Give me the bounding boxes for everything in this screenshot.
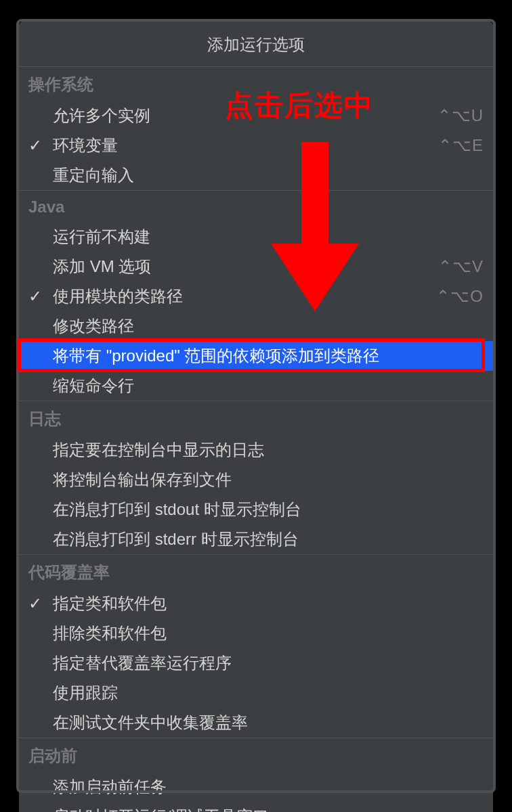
menu-item-label: 排除类和软件包: [53, 623, 484, 644]
menu-item-label: 指定类和软件包: [53, 593, 484, 614]
menu-item-label: 修改类路径: [53, 315, 484, 337]
panel-title: 添加运行选项: [19, 22, 493, 66]
check-icon: ✓: [28, 287, 53, 306]
menu-item-label: 启动时打开运行/调试工具窗口: [53, 806, 484, 812]
section-header-coverage: 代码覆盖率: [19, 554, 493, 589]
menu-item-label: 添加启动前任务: [53, 776, 484, 798]
menu-item-label: 缩短命令行: [53, 375, 484, 397]
menu-item[interactable]: 在消息打印到 stdout 时显示控制台: [19, 495, 493, 524]
svg-marker-0: [271, 142, 359, 311]
section-header-logs: 日志: [19, 401, 493, 435]
run-options-panel: 添加运行选项 操作系统允许多个实例⌃⌥U✓环境变量⌃⌥E重定向输入Java运行前…: [19, 22, 493, 812]
menu-item[interactable]: 指定要在控制台中显示的日志: [19, 435, 493, 465]
menu-item-label: 添加 VM 选项: [53, 256, 438, 277]
menu-item-label: 重定向输入: [53, 164, 484, 186]
menu-item[interactable]: 排除类和软件包: [19, 618, 493, 648]
menu-item[interactable]: 重定向输入: [19, 160, 493, 190]
menu-item-shortcut: ⌃⌥V: [438, 257, 484, 276]
menu-item-label: 使用跟踪: [53, 682, 484, 704]
section-header-java: Java: [19, 190, 493, 222]
menu-item[interactable]: 使用跟踪: [19, 678, 493, 708]
menu-item-label: 使用模块的类路径: [53, 286, 436, 307]
menu-item-label: 将控制台输出保存到文件: [53, 469, 484, 491]
menu-item-label: 指定替代覆盖率运行程序: [53, 652, 484, 674]
menu-item[interactable]: 在测试文件夹中收集覆盖率: [19, 708, 493, 738]
menu-item[interactable]: ✓环境变量⌃⌥E: [19, 131, 493, 160]
menu-item-label: 将带有 "provided" 范围的依赖项添加到类路径: [53, 345, 484, 367]
menu-item-label: 在消息打印到 stdout 时显示控制台: [53, 499, 484, 520]
menu-item-label: 环境变量: [53, 135, 438, 156]
menu-item-shortcut: ⌃⌥O: [436, 287, 484, 306]
menu-item-label: 指定要在控制台中显示的日志: [53, 439, 484, 461]
menu-item[interactable]: 将控制台输出保存到文件: [19, 465, 493, 495]
check-icon: ✓: [28, 807, 53, 812]
menu-item[interactable]: 运行前不构建: [19, 222, 493, 252]
menu-item[interactable]: 将带有 "provided" 范围的依赖项添加到类路径: [19, 341, 493, 371]
menu-item-label: 运行前不构建: [53, 226, 484, 248]
menu-item[interactable]: 缩短命令行: [19, 371, 493, 401]
menu-item[interactable]: ✓启动时打开运行/调试工具窗口: [19, 802, 493, 812]
menu-item[interactable]: ✓指定类和软件包: [19, 589, 493, 618]
menu-item-shortcut: ⌃⌥E: [438, 136, 484, 155]
menu-item-label: 在消息打印到 stderr 时显示控制台: [53, 528, 484, 550]
menu-item[interactable]: 修改类路径: [19, 311, 493, 341]
menu-item-shortcut: ⌃⌥U: [438, 106, 484, 125]
menu-item[interactable]: 指定替代覆盖率运行程序: [19, 648, 493, 678]
menu-item[interactable]: 在消息打印到 stderr 时显示控制台: [19, 524, 493, 554]
menu-item[interactable]: 添加 VM 选项⌃⌥V: [19, 252, 493, 281]
menu-item[interactable]: ✓使用模块的类路径⌃⌥O: [19, 281, 493, 311]
check-icon: ✓: [28, 594, 53, 613]
menu-item[interactable]: 添加启动前任务: [19, 772, 493, 802]
section-header-before-launch: 启动前: [19, 738, 493, 772]
menu-item-label: 在测试文件夹中收集覆盖率: [53, 712, 484, 734]
annotation-arrow-icon: [271, 142, 359, 311]
sections-container: 操作系统允许多个实例⌃⌥U✓环境变量⌃⌥E重定向输入Java运行前不构建添加 V…: [19, 66, 493, 812]
annotation-text: 点击后选中: [225, 87, 374, 125]
check-icon: ✓: [28, 136, 53, 155]
